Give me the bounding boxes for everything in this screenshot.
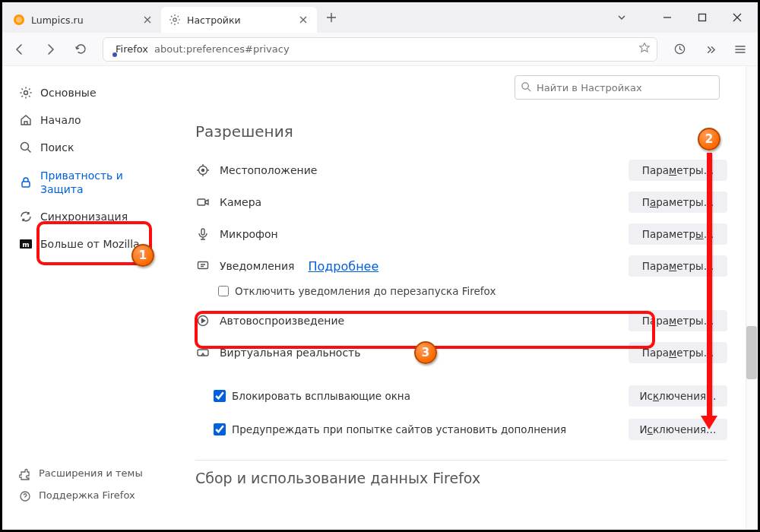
autoplay-icon	[195, 313, 211, 328]
nav-toolbar: Firefox about:preferences#privacy	[2, 33, 758, 66]
block-popups-label: Блокировать всплывающие окна	[232, 390, 622, 402]
block-popups-row: Блокировать всплывающие окна Исключения…	[195, 379, 727, 413]
perm-label: Камера	[220, 196, 261, 208]
perm-camera-settings-button[interactable]: Параметры…	[629, 192, 727, 213]
forward-button[interactable]	[37, 36, 63, 62]
scroll-thumb[interactable]	[746, 326, 757, 379]
settings-main: Разрешения Местоположение Параметры… Кам…	[162, 66, 758, 524]
settings-search-input[interactable]	[515, 75, 720, 100]
perm-vr: Виртуальная реальность Параметры…	[195, 337, 727, 369]
sidebar-item-extensions[interactable]: Расширения и темы	[11, 463, 159, 485]
perm-camera: Камера Параметры…	[195, 186, 727, 218]
notifications-pause-row: Отключить уведомления до перезапуска Fir…	[195, 282, 727, 305]
perm-microphone-settings-button[interactable]: Параметры…	[629, 223, 727, 245]
perm-autoplay-settings-button[interactable]: Параметры…	[629, 310, 727, 331]
close-icon[interactable]	[297, 14, 309, 26]
window-close-button[interactable]	[720, 3, 755, 32]
tab-lumpics[interactable]: Lumpics.ru	[5, 7, 161, 33]
perm-label: Уведомления	[220, 260, 294, 272]
bookmark-star-icon[interactable]	[638, 42, 651, 57]
close-icon[interactable]	[141, 14, 154, 26]
svg-rect-14	[198, 199, 205, 205]
perm-notifications: Уведомления Подробнее Параметры…	[195, 250, 727, 282]
sidebar-item-privacy[interactable]: Приватность и Защита	[11, 163, 159, 202]
warn-addons-label: Предупреждать при попытке сайтов установ…	[232, 423, 622, 435]
history-button[interactable]	[667, 36, 692, 62]
annotation-badge-2: 2	[698, 128, 720, 150]
svg-point-5	[24, 91, 28, 95]
url-brand: Firefox	[116, 43, 148, 55]
url-bar[interactable]: Firefox about:preferences#privacy	[103, 37, 657, 62]
app-menu-button[interactable]	[727, 36, 753, 62]
sidebar-item-label: Расширения и темы	[39, 467, 143, 480]
section-heading-permissions: Разрешения	[195, 122, 727, 141]
svg-point-2	[173, 18, 176, 21]
section-heading-data: Сбор и использование данных Firefox	[195, 470, 727, 486]
search-icon	[521, 81, 532, 96]
notifications-pause-label: Отключить уведомления до перезапуска Fir…	[235, 285, 496, 297]
sidebar-item-label: Поддержка Firefox	[39, 489, 135, 502]
perm-location-settings-button[interactable]: Параметры…	[629, 160, 727, 181]
back-button[interactable]	[7, 36, 33, 62]
annotation-badge-1: 1	[131, 244, 154, 267]
tab-settings[interactable]: Настройки	[161, 7, 317, 33]
sidebar-item-search[interactable]: Поиск	[11, 135, 159, 160]
perm-label: Автовоспроизведение	[220, 315, 344, 327]
svg-rect-7	[22, 182, 30, 187]
location-icon	[195, 163, 211, 178]
sidebar-item-support[interactable]: Поддержка Firefox	[11, 485, 159, 507]
sidebar-item-sync[interactable]: Синхронизация	[11, 204, 159, 230]
perm-label: Виртуальная реальность	[220, 347, 361, 359]
orange-icon	[13, 14, 25, 26]
section-divider	[195, 460, 727, 461]
svg-point-13	[202, 169, 204, 172]
window-maximize-button[interactable]	[685, 3, 720, 32]
warn-addons-row: Предупреждать при попытке сайтов установ…	[195, 413, 727, 446]
sidebar-item-label: Больше от Mozilla	[40, 237, 140, 251]
annotation-arrow-head	[701, 416, 717, 429]
svg-text:m: m	[22, 241, 29, 249]
block-popups-checkbox[interactable]	[214, 390, 226, 402]
notifications-pause-checkbox[interactable]	[218, 286, 229, 296]
svg-point-11	[522, 83, 528, 89]
svg-rect-15	[201, 229, 204, 235]
reload-button[interactable]	[68, 36, 93, 62]
notifications-learn-more-link[interactable]: Подробнее	[308, 259, 378, 274]
url-address: about:preferences#privacy	[154, 43, 632, 55]
perm-label: Местоположение	[220, 164, 317, 176]
settings-search[interactable]	[515, 75, 720, 100]
annotation-badge-3: 3	[414, 341, 437, 364]
overflow-button[interactable]	[697, 36, 723, 62]
svg-rect-16	[198, 262, 208, 269]
window-minimize-button[interactable]	[650, 3, 685, 32]
content-scrollbar[interactable]	[746, 66, 758, 530]
settings-sidebar: Основные Начало Поиск Приватность и Защи…	[2, 66, 162, 524]
svg-point-6	[21, 143, 29, 150]
sidebar-item-label: Основные	[40, 86, 97, 100]
sidebar-item-label: Начало	[40, 113, 81, 127]
vr-icon	[195, 345, 211, 360]
sidebar-item-label: Поиск	[40, 141, 74, 154]
annotation-arrow	[707, 153, 712, 417]
tab-label: Lumpics.ru	[31, 14, 84, 26]
perm-notifications-settings-button[interactable]: Параметры…	[629, 255, 727, 277]
notification-icon	[195, 258, 211, 274]
perm-location: Местоположение Параметры…	[195, 154, 727, 186]
perm-vr-settings-button[interactable]: Параметры…	[629, 342, 727, 363]
perm-autoplay: Автовоспроизведение Параметры…	[195, 305, 727, 337]
tabs-dropdown-button[interactable]	[609, 6, 635, 29]
warn-addons-checkbox[interactable]	[214, 423, 226, 435]
sidebar-item-label: Приватность и Защита	[40, 169, 151, 196]
sidebar-item-label: Синхронизация	[40, 210, 128, 223]
sidebar-item-home[interactable]: Начало	[11, 107, 159, 133]
tab-label: Настройки	[187, 14, 241, 26]
camera-icon	[195, 195, 211, 210]
gear-icon	[169, 14, 181, 26]
svg-point-1	[16, 17, 22, 23]
tab-strip: Lumpics.ru Настройки	[2, 2, 758, 33]
block-popups-exceptions-button[interactable]: Исключения…	[629, 385, 727, 407]
sidebar-item-general[interactable]: Основные	[11, 80, 159, 106]
new-tab-button[interactable]	[320, 6, 343, 29]
svg-rect-3	[699, 14, 706, 21]
perm-microphone: Микрофон Параметры…	[195, 218, 727, 250]
